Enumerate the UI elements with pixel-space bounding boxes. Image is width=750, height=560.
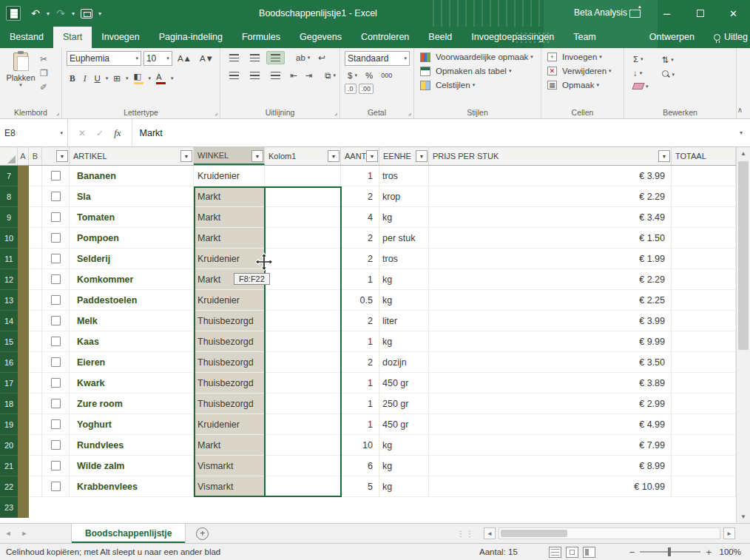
cell-totaal[interactable] [672,228,736,249]
cell-prijs[interactable]: € 2.29 [429,269,672,290]
maximize-button[interactable] [683,0,717,27]
cell-artikel[interactable]: Krabbenvlees [70,476,194,497]
collapse-ribbon-icon[interactable]: ∧ [737,106,743,114]
tabbar-splitter-icon[interactable]: ⋮⋮ [457,530,475,538]
cell-b[interactable] [29,269,42,290]
cell-prijs[interactable]: € 7.99 [429,435,672,456]
cell-winkel[interactable]: Thuisbezorgd [194,311,265,331]
filter-dropdown-icon[interactable]: ▼ [658,150,670,162]
cell-b[interactable] [29,311,42,331]
ribbon-tab-invoegtoepassingen[interactable]: Invoegtoepassingen [462,27,564,48]
horizontal-scroll-thumb[interactable] [501,530,567,537]
cell-aantal[interactable]: 1 [341,394,379,414]
underline-dropdown-icon[interactable]: ▾ [106,75,109,81]
filter-dropdown-icon[interactable]: ▼ [366,150,378,162]
zoom-in-icon[interactable]: + [706,547,712,558]
cell-eenheid[interactable]: kg [379,456,429,476]
cell-checkbox[interactable] [42,207,70,228]
cell-aantal[interactable]: 10 [341,435,379,456]
fill-color-icon[interactable]: ◧ [131,70,146,86]
align-left-icon[interactable] [225,69,243,82]
cell-eenheid[interactable]: tros [379,166,429,186]
cell-winkel[interactable]: Markt [194,435,265,456]
hscroll-left-icon[interactable]: ◄ [484,527,496,539]
decrease-font-icon[interactable]: A▼ [197,53,217,64]
cell-winkel[interactable]: Markt [194,228,265,249]
checkbox[interactable] [51,274,61,284]
cell-artikel[interactable]: Kaas [70,331,194,352]
column-a-strip[interactable] [18,435,29,456]
cell-eenheid[interactable]: tros [379,249,429,269]
paste-button[interactable]: Plakken ▾ [4,51,37,107]
redo-dropdown-icon[interactable]: ▾ [70,10,77,17]
column-a-strip[interactable] [18,290,29,311]
header-prijs-per-stuk[interactable]: PRIJS PER STUK▼ [429,147,672,165]
cell-b[interactable] [29,207,42,228]
cell-prijs[interactable]: € 2.25 [429,290,672,311]
cell-kolom1[interactable] [265,228,341,249]
cell-eenheid[interactable]: 450 gr [379,373,429,394]
cell-eenheid[interactable]: per stuk [379,228,429,249]
cell-aantal[interactable] [341,497,379,518]
conditional-formatting-button[interactable]: Voorwaardelijke opmaak▾ [433,51,536,63]
cell-prijs[interactable]: € 3.89 [429,373,672,394]
checkbox[interactable] [51,254,61,263]
close-button[interactable]: ✕ [717,0,750,27]
vertical-scroll-thumb[interactable] [738,161,749,350]
checkbox[interactable] [51,295,61,305]
cell-winkel[interactable]: Thuisbezorgd [194,373,265,394]
align-right-icon[interactable] [266,69,285,82]
ribbon-tab-pagina-indeling[interactable]: Pagina-indeling [149,27,232,48]
column-a-strip[interactable] [18,373,29,394]
normal-view-icon[interactable] [549,547,561,558]
column-a-strip[interactable] [18,352,29,373]
row-number[interactable]: 17 [0,373,18,394]
column-a-strip[interactable] [18,331,29,352]
cell-artikel[interactable]: Komkommer [70,269,194,290]
format-painter-icon[interactable]: ✐ [40,81,48,93]
format-cells-button[interactable]: Opmaak▾ [559,79,602,91]
cell-checkbox[interactable] [42,456,70,476]
next-sheet-icon[interactable]: ► [16,524,33,543]
cell-eenheid[interactable]: krop [379,186,429,207]
cell-winkel[interactable]: Kruidenier [194,290,265,311]
cell-prijs[interactable]: € 2.29 [429,186,672,207]
checkbox[interactable] [51,316,61,325]
checkbox[interactable] [51,378,61,388]
cell-winkel[interactable]: Thuisbezorgd [194,394,265,414]
cell-checkbox[interactable] [42,414,70,435]
ribbon-tab-team[interactable]: Team [564,27,606,48]
cell-winkel[interactable]: Markt [194,186,265,207]
cell-kolom1[interactable] [265,207,341,228]
row-number[interactable]: 13 [0,290,18,311]
orientation-icon[interactable]: ab▾ [293,52,313,64]
cell-winkel[interactable]: Vismarkt [194,456,265,476]
cell-checkbox[interactable] [42,476,70,497]
checkbox[interactable] [51,461,61,470]
cell-b[interactable] [29,476,42,497]
zoom-out-icon[interactable]: − [629,547,635,558]
cell-totaal[interactable] [672,311,736,331]
delete-cells-button[interactable]: Verwijderen▾ [559,65,615,77]
column-a-strip[interactable] [18,166,29,186]
cell-aantal[interactable]: 1 [341,166,379,186]
ribbon-tab-start[interactable]: Start [53,27,92,48]
cell-kolom1[interactable] [265,414,341,435]
cell-winkel[interactable]: Thuisbezorgd [194,352,265,373]
align-center-icon[interactable] [246,69,264,82]
cell-artikel[interactable]: Tomaten [70,207,194,228]
cell-checkbox[interactable] [42,394,70,414]
row-number[interactable]: 23 [0,497,18,518]
cell-kolom1[interactable] [265,331,341,352]
cell-aantal[interactable]: 1 [341,331,379,352]
increase-font-icon[interactable]: A▲ [175,53,195,64]
cell-checkbox[interactable] [42,435,70,456]
header-eenhe[interactable]: EENHE▼ [379,147,429,165]
checkbox[interactable] [51,212,61,222]
insert-cells-button[interactable]: Invoegen▾ [559,51,605,63]
decrease-decimal-icon[interactable]: .00 [359,84,374,94]
column-a-strip[interactable] [18,311,29,331]
cell-eenheid[interactable]: kg [379,207,429,228]
expand-formula-bar-icon[interactable]: ▾ [732,119,750,146]
cell-totaal[interactable] [672,331,736,352]
